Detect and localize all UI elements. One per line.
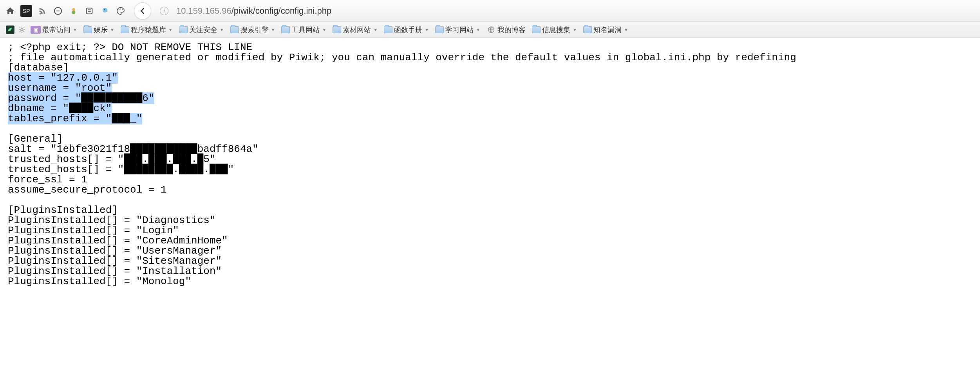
app-leaf-icon[interactable] — [5, 24, 16, 35]
svg-point-8 — [122, 9, 123, 10]
bookmark-folder-infocollect[interactable]: 信息搜集▼ — [530, 24, 579, 35]
config-end: " — [148, 92, 155, 104]
chevron-down-icon: ▼ — [624, 27, 628, 32]
config-line: assume_secure_protocol = 1 — [8, 184, 167, 196]
bookmark-label: 素材网站 — [343, 25, 371, 34]
rss-icon[interactable] — [37, 5, 48, 16]
bookmark-folder-programmer[interactable]: 程序猿题库▼ — [118, 24, 175, 35]
bookmark-folder-knownvuln[interactable]: 知名漏洞▼ — [581, 24, 631, 35]
config-end: " — [112, 72, 118, 84]
bookmark-label: 娱乐 — [94, 25, 108, 34]
bookmark-folder-tools[interactable]: 工具网站▼ — [279, 24, 329, 35]
duck-extension-icon[interactable] — [99, 5, 110, 16]
site-info-icon[interactable]: i — [160, 7, 168, 15]
svg-point-7 — [120, 8, 121, 9]
bookmark-folder-search[interactable]: 搜索引擎▼ — [228, 24, 278, 35]
folder-icon — [384, 26, 392, 33]
chevron-down-icon: ▼ — [110, 27, 114, 32]
config-line: PluginsInstalled[] = "Monolog" — [8, 276, 191, 287]
folder-icon — [83, 26, 92, 33]
config-key: tables_prefix = " — [8, 113, 112, 124]
home-icon[interactable] — [5, 5, 16, 16]
bookmark-folder-manual[interactable]: 函数手册▼ — [382, 24, 431, 35]
folder-icon — [179, 26, 188, 33]
chevron-down-icon: ▼ — [168, 27, 173, 32]
bookmark-folder-assets[interactable]: 素材网站▼ — [330, 24, 380, 35]
folder-icon — [281, 26, 290, 33]
folder-icon — [583, 26, 592, 33]
back-button[interactable] — [134, 2, 151, 20]
chevron-down-icon: ▼ — [220, 27, 224, 32]
bookmark-folder-security[interactable]: 关注安全▼ — [177, 24, 226, 35]
bookmark-label: 信息搜集 — [542, 25, 570, 34]
folder-icon — [435, 26, 444, 33]
note-icon[interactable] — [84, 5, 95, 16]
chevron-down-icon: ▼ — [271, 27, 275, 32]
svg-point-6 — [119, 9, 119, 10]
bookmark-label: 我的博客 — [497, 25, 526, 34]
svg-point-5 — [104, 9, 105, 10]
palette-icon[interactable] — [115, 5, 126, 16]
bookmark-my-blog[interactable]: 我的博客 — [484, 24, 528, 35]
svg-point-2 — [72, 11, 75, 14]
chevron-down-icon: ▼ — [573, 27, 577, 32]
stop-reload-icon[interactable] — [52, 5, 63, 16]
bookmark-label: 知名漏洞 — [593, 25, 622, 34]
chevron-down-icon: ▼ — [322, 27, 326, 32]
bookmark-most-visited[interactable]: ▣ 最常访问 ▼ — [28, 24, 80, 35]
bookmark-label: 工具网站 — [291, 25, 320, 34]
bookmarks-toolbar: ▣ 最常访问 ▼ 娱乐▼ 程序猿题库▼ 关注安全▼ 搜索引擎▼ 工具网站▼ 素材… — [0, 22, 980, 38]
folder-icon — [230, 26, 239, 33]
url-path: /piwik/config/config.ini.php — [231, 6, 332, 16]
camera-icon: ▣ — [31, 26, 41, 34]
bookmark-label: 函数手册 — [394, 25, 422, 34]
folder-icon — [333, 26, 341, 33]
folder-icon — [532, 26, 541, 33]
config-line: ; file automatically generated or modifi… — [8, 52, 796, 63]
url-bar[interactable]: 10.159.165.96/piwik/config/config.ini.ph… — [176, 6, 975, 16]
gear-icon[interactable] — [17, 25, 27, 34]
url-host: 10.159.165.96 — [176, 6, 231, 16]
page-content: ; <?php exit; ?> DO NOT REMOVE THIS LINE… — [0, 38, 980, 291]
bookmark-label: 最常访问 — [42, 25, 71, 34]
chevron-down-icon: ▼ — [373, 27, 378, 32]
globe-icon — [486, 25, 496, 34]
bookmark-folder-study[interactable]: 学习网站▼ — [433, 24, 483, 35]
bug-extension-icon[interactable] — [68, 5, 79, 16]
chevron-down-icon: ▼ — [73, 27, 77, 32]
config-value: ███_ — [112, 113, 136, 124]
bookmark-folder-entertainment[interactable]: 娱乐▼ — [81, 24, 117, 35]
bookmark-label: 学习网站 — [445, 25, 474, 34]
svg-point-4 — [103, 8, 107, 13]
svg-point-1 — [72, 8, 75, 11]
sp-extension-icon[interactable]: SP — [20, 5, 32, 17]
chevron-down-icon: ▼ — [425, 27, 429, 32]
folder-icon — [121, 26, 129, 33]
bookmark-label: 搜索引擎 — [240, 25, 269, 34]
bookmark-label: 程序猿题库 — [131, 25, 166, 34]
chevron-down-icon: ▼ — [476, 27, 480, 32]
config-end: " — [136, 113, 143, 124]
svg-point-10 — [21, 29, 23, 31]
bookmark-label: 关注安全 — [189, 25, 217, 34]
browser-navigation-toolbar: SP i 10.159.165.96/piwik/config/config.i… — [0, 0, 980, 22]
